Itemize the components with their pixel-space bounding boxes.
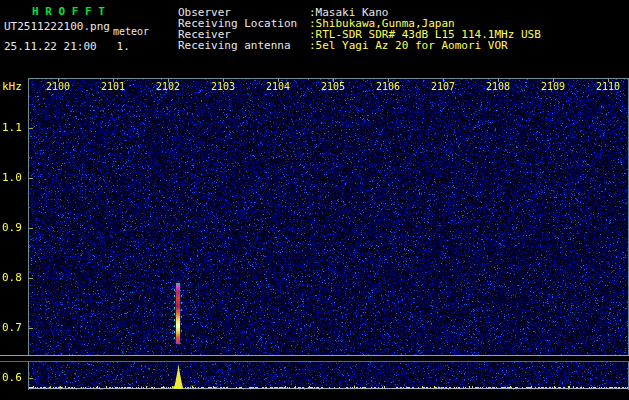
info-value: :5el Yagi Az 20 for Aomori VOR — [309, 40, 541, 51]
freq-tick-label: 0.9 — [2, 222, 22, 233]
time-tickmark — [443, 79, 444, 82]
time-tickmark — [58, 79, 59, 82]
header-info: Observer :Masaki Kano Receiving Location… — [178, 7, 541, 51]
time-tick-label: 2104 — [266, 82, 290, 92]
time-tick-label: 2107 — [431, 82, 455, 92]
app-title: H R O F F T — [32, 5, 105, 18]
time-tickmark — [223, 79, 224, 82]
time-tick-label: 2103 — [211, 82, 235, 92]
time-tick-label: 2101 — [101, 82, 125, 92]
spectrogram-canvas — [29, 79, 628, 355]
time-tickmark — [608, 79, 609, 82]
separator-line — [0, 361, 629, 362]
separator-line — [0, 355, 629, 356]
freq-tick-label: 0.6 — [2, 372, 22, 383]
freq-tick-label: 1.1 — [2, 122, 22, 133]
time-tickmark — [113, 79, 114, 82]
time-tick-label: 2108 — [486, 82, 510, 92]
time-tick-label: 2102 — [156, 82, 180, 92]
signal-strip-canvas — [29, 362, 628, 390]
strip-left-border — [28, 362, 29, 390]
time-tickmark — [498, 79, 499, 82]
time-tickmark — [553, 79, 554, 82]
time-tickmark — [278, 79, 279, 82]
freq-tick-label: 0.7 — [2, 322, 22, 333]
freq-tick-label: 1.0 — [2, 172, 22, 183]
time-tick-label: 2109 — [541, 82, 565, 92]
freq-tickmark — [29, 178, 33, 179]
freq-tickmark — [29, 278, 33, 279]
time-tick-label: 2100 — [46, 82, 70, 92]
time-tick-label: 2110 — [596, 82, 620, 92]
freq-tick-label: 0.8 — [2, 272, 22, 283]
output-filename: UT2511222100.png — [4, 20, 110, 33]
time-tickmark — [333, 79, 334, 82]
mode-label: meteor — [113, 26, 149, 37]
freq-tickmark — [29, 378, 33, 379]
freq-axis-unit: kHz — [2, 80, 22, 93]
time-tickmark — [168, 79, 169, 82]
hrofft-output: H R O F F T UT2511222100.png meteor 25.1… — [0, 0, 629, 400]
time-tick-label: 2105 — [321, 82, 345, 92]
freq-tickmark — [29, 328, 33, 329]
time-tickmark — [388, 79, 389, 82]
meteor-echo — [176, 283, 180, 344]
observation-datetime: 25.11.22 21:00 1. — [4, 40, 130, 53]
freq-tickmark — [29, 128, 33, 129]
info-label: Receiving antenna — [178, 40, 309, 51]
time-tick-label: 2106 — [376, 82, 400, 92]
freq-tickmark — [29, 228, 33, 229]
